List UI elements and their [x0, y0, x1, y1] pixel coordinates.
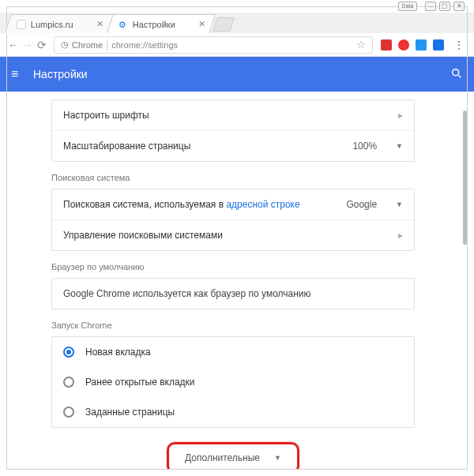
close-icon[interactable]: ✕ — [96, 19, 103, 29]
maximize-button[interactable]: ▢ — [439, 2, 450, 11]
favicon-lumpics — [17, 20, 26, 29]
scrollbar-thumb[interactable] — [463, 111, 467, 245]
dropdown-icon[interactable]: ▼ — [396, 142, 403, 150]
section-title-default-browser: Браузер по умолчанию — [51, 262, 415, 272]
radio-icon[interactable] — [63, 407, 74, 418]
radio-label: Новая вкладка — [85, 347, 151, 358]
tab-title: Lumpics.ru — [31, 20, 93, 29]
row-search-engine[interactable]: Поисковая система, используемая в адресн… — [52, 189, 414, 220]
minimize-button[interactable]: — — [425, 2, 436, 11]
row-fonts[interactable]: Настроить шрифты ▸ — [52, 100, 414, 131]
row-label: Настроить шрифты — [63, 110, 398, 121]
row-label: Масштабирование страницы — [63, 141, 352, 152]
chevron-down-icon: ▼ — [274, 454, 281, 462]
radio-label: Ранее открытые вкладки — [85, 377, 195, 388]
close-window-button[interactable]: ✕ — [453, 2, 465, 11]
radio-label: Заданные страницы — [85, 407, 175, 418]
tab-title: Настройки — [133, 20, 195, 29]
search-engine-value: Google — [346, 199, 377, 210]
window-data-badge: Data — [398, 2, 417, 11]
advanced-label: Дополнительные — [185, 452, 260, 463]
section-title-startup: Запуск Chrome — [51, 320, 415, 330]
row-default-browser: Google Chrome используется как браузер п… — [51, 278, 415, 309]
gear-icon: ⚙ — [118, 20, 128, 29]
chevron-right-icon: ▸ — [398, 230, 403, 241]
radio-icon[interactable] — [63, 377, 74, 388]
section-title-search: Поисковая система — [51, 173, 415, 182]
startup-option-continue[interactable]: Ранее открытые вкладки — [52, 367, 414, 397]
dropdown-icon[interactable]: ▼ — [396, 201, 403, 208]
radio-icon[interactable] — [63, 347, 74, 358]
advanced-button[interactable]: Дополнительные ▼ — [167, 442, 299, 469]
startup-option-new-tab[interactable]: Новая вкладка — [52, 337, 414, 367]
row-label: Поисковая система, используемая в адресн… — [63, 199, 346, 210]
close-icon[interactable]: ✕ — [198, 19, 205, 29]
tab-lumpics[interactable]: Lumpics.ru ✕ — [5, 14, 114, 33]
row-zoom[interactable]: Масштабирование страницы 100% ▼ — [52, 131, 414, 161]
settings-content: Настроить шрифты ▸ Масштабирование стран… — [7, 92, 462, 469]
zoom-value: 100% — [352, 141, 377, 152]
row-manage-search[interactable]: Управление поисковыми системами ▸ — [52, 220, 414, 250]
tab-settings[interactable]: ⚙ Настройки ✕ — [107, 14, 216, 33]
row-label: Управление поисковыми системами — [63, 230, 398, 241]
startup-option-specific[interactable]: Заданные страницы — [52, 397, 414, 427]
chevron-right-icon: ▸ — [398, 110, 403, 121]
address-bar-link[interactable]: адресной строке — [226, 199, 299, 210]
